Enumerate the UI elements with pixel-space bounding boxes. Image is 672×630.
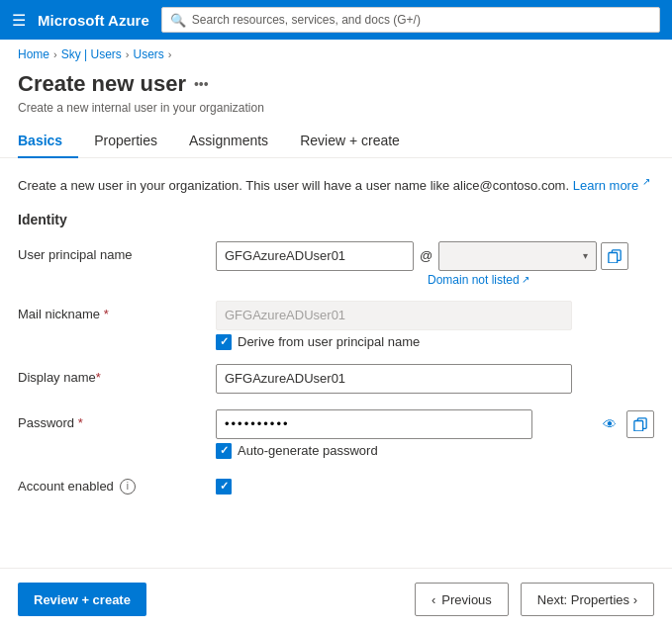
next-label: Next: Properties › [537,592,637,607]
page-subtitle: Create a new internal user in your organ… [0,101,672,125]
top-bar: ☰ Microsoft Azure 🔍 Search resources, se… [0,0,672,40]
mail-nickname-required: * [100,307,109,321]
svg-rect-3 [634,420,643,431]
copy-password-button[interactable] [626,410,654,438]
auto-gen-label: Auto-generate password [238,443,378,458]
hamburger-menu-icon[interactable]: ☰ [12,11,26,30]
info-text: Create a new user in your organization. … [18,174,654,196]
footer: Review + create ‹ Previous Next: Propert… [0,568,672,630]
upn-input-row: @ ▾ [216,241,654,271]
upn-label: User principal name [18,241,216,262]
mail-nickname-label: Mail nickname * [18,301,216,321]
next-button[interactable]: Next: Properties › [521,583,654,616]
password-input-row: 👁 [216,409,654,439]
auto-gen-checkbox[interactable]: ✓ [216,443,232,459]
main-content: Create a new user in your organization. … [0,158,672,534]
auto-gen-check-icon: ✓ [220,444,229,457]
show-password-icon[interactable]: 👁 [603,416,617,432]
identity-section-title: Identity [18,212,654,227]
password-control: 👁 ✓ Auto-generate password [216,409,654,459]
chevron-down-icon: ▾ [583,250,588,261]
account-enabled-control: ✓ [216,473,654,495]
tab-basics[interactable]: Basics [18,125,78,158]
svg-rect-1 [609,252,618,263]
search-placeholder: Search resources, services, and docs (G+… [192,13,421,27]
learn-more-link[interactable]: Learn more ↗ [573,178,650,193]
page-title: Create new user [18,71,186,97]
upn-input[interactable] [216,241,414,271]
password-required: * [74,415,83,430]
breadcrumb-users[interactable]: Users [133,47,163,61]
previous-label: Previous [441,592,492,607]
copy-password-icon [633,417,647,431]
more-options-icon[interactable]: ••• [194,76,209,92]
tab-review-create[interactable]: Review + create [284,125,416,158]
account-enabled-label: Account enabled i [18,473,216,495]
display-name-control [216,364,654,394]
breadcrumb: Home › Sky | Users › Users › [0,40,672,65]
upn-control-group: @ ▾ Domain not listed ↗ [216,241,654,287]
auto-gen-row: ✓ Auto-generate password [216,443,654,459]
upn-row: User principal name @ ▾ Domain no [18,241,654,287]
brand-logo: Microsoft Azure [38,12,149,29]
account-enabled-check-icon: ✓ [220,480,229,493]
tab-properties[interactable]: Properties [78,125,173,158]
derive-checkbox-row: ✓ Derive from user principal name [216,334,654,350]
chevron-left-icon: ‹ [432,592,435,607]
search-bar[interactable]: 🔍 Search resources, services, and docs (… [161,7,660,33]
password-label: Password * [18,409,216,430]
page-header: Create new user ••• [0,65,672,101]
breadcrumb-home[interactable]: Home [18,47,49,61]
derive-label: Derive from user principal name [238,334,420,349]
domain-not-listed-link[interactable]: Domain not listed ↗ [428,273,654,287]
external-link-icon: ↗ [522,274,529,285]
copy-upn-button[interactable] [601,242,628,270]
account-enabled-row: Account enabled i ✓ [18,473,654,504]
breadcrumb-sep-1: › [53,48,57,60]
password-row: Password * 👁 ✓ Auto-generat [18,409,654,459]
display-name-required: * [96,370,101,385]
password-input[interactable] [216,409,532,439]
copy-icon [608,249,622,263]
search-icon: 🔍 [170,13,186,28]
display-name-row: Display name* [18,364,654,396]
domain-dropdown[interactable]: ▾ [438,241,597,271]
display-name-input[interactable] [216,364,572,394]
previous-button[interactable]: ‹ Previous [415,583,509,616]
display-name-label: Display name* [18,364,216,385]
tab-assignments[interactable]: Assignments [173,125,284,158]
mail-nickname-row: Mail nickname * ✓ Derive from user princ… [18,301,654,350]
breadcrumb-sep-3: › [168,48,172,60]
account-enabled-checkbox[interactable]: ✓ [216,479,232,495]
breadcrumb-sky-users[interactable]: Sky | Users [61,47,122,61]
tabs-nav: Basics Properties Assignments Review + c… [0,125,672,158]
review-create-button[interactable]: Review + create [18,583,146,616]
account-enabled-info-icon[interactable]: i [120,479,136,495]
password-input-wrap: 👁 [216,409,623,439]
check-icon: ✓ [220,335,229,348]
at-sign: @ [418,248,434,263]
mail-nickname-control: ✓ Derive from user principal name [216,301,654,350]
mail-nickname-input[interactable] [216,301,572,330]
derive-checkbox[interactable]: ✓ [216,334,232,350]
breadcrumb-sep-2: › [126,48,130,60]
